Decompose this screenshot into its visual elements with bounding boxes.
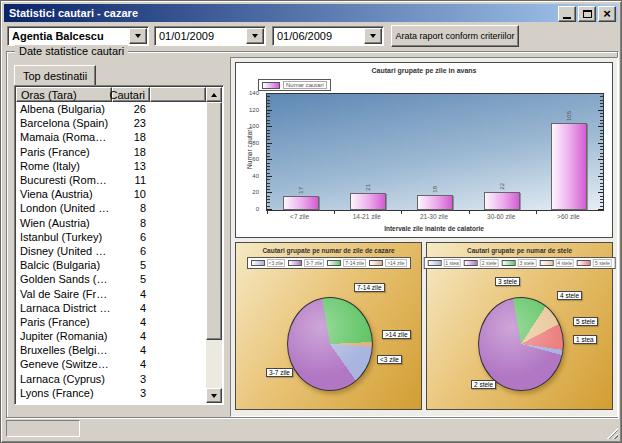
y-tick-label: 0 <box>256 206 259 212</box>
pie-stele-legend: 1 stea2 stele3 stele4 stele5 stele <box>423 257 616 269</box>
legend-swatch <box>288 260 302 266</box>
cell-count: 4 <box>112 287 146 301</box>
date-to-value: 01/06/2009 <box>273 30 363 42</box>
table-row[interactable]: London (United Kingdom)8 <box>16 201 206 215</box>
arrow-down-icon <box>211 394 217 398</box>
pie-stele-title: Cautari grupate pe numar de stele <box>427 247 612 254</box>
table-row[interactable]: Val de Saire (France)4 <box>16 286 206 300</box>
legend-swatch <box>502 260 516 266</box>
y-tick-label: 120 <box>249 107 259 113</box>
legend-item: 2 stele <box>464 259 499 267</box>
table-row[interactable]: Wien (Austria)8 <box>16 216 206 230</box>
table-row[interactable]: Paris (France)18 <box>16 145 206 159</box>
pie-callout: 4 stele <box>557 291 582 300</box>
scroll-down-button[interactable] <box>206 388 222 403</box>
bar-x-labels: <7 zile14-21 zile21-30 zile30-60 zile>60… <box>266 213 602 220</box>
cell-city: Jupiter (Romania) <box>16 329 112 343</box>
agency-select[interactable]: Agentia Balcescu <box>7 26 149 46</box>
table-row[interactable]: Paris (France)4 <box>16 315 206 329</box>
x-tick-label: <7 zile <box>266 213 333 220</box>
column-header-oras[interactable]: Oras (Tara) <box>16 87 112 102</box>
table-row[interactable]: Disney (United States)6 <box>16 244 206 258</box>
bar-value-label: 17 <box>298 187 304 194</box>
legend-swatch <box>464 260 478 266</box>
table-row[interactable]: Viena (Austria)10 <box>16 187 206 201</box>
table-row[interactable]: Larnaca District (Cyprus)4 <box>16 301 206 315</box>
cell-count: 18 <box>112 130 146 144</box>
vertical-scrollbar[interactable] <box>206 87 222 403</box>
resize-grip-icon[interactable] <box>606 427 618 439</box>
table-row[interactable]: Lyons (France)3 <box>16 386 206 400</box>
bar[interactable] <box>350 193 386 210</box>
cell-count: 3 <box>112 372 146 386</box>
cell-count: 4 <box>112 329 146 343</box>
date-from-dropdown-button[interactable] <box>246 28 264 44</box>
titlebar[interactable]: Statistici cautari - cazare <box>4 4 618 22</box>
table-row[interactable]: Albena (Bulgaria)26 <box>16 102 206 116</box>
table-row[interactable]: Mamaia (Romania)18 <box>16 130 206 144</box>
maximize-icon <box>583 10 592 18</box>
table-row[interactable]: Bucuresti (Romania)11 <box>16 173 206 187</box>
table-row[interactable]: Istanbul (Turkey)6 <box>16 230 206 244</box>
legend-swatch <box>369 260 383 266</box>
agency-select-value: Agentia Balcescu <box>8 30 128 42</box>
pie-callout: 1 stea <box>573 335 597 344</box>
table-row[interactable]: Golden Sands (Bulgaria)5 <box>16 272 206 286</box>
cell-count: 5 <box>112 272 146 286</box>
legend-swatch <box>251 260 265 266</box>
legend-item: 3-7 zile <box>288 259 324 267</box>
x-tick-label: 30-60 zile <box>468 213 535 220</box>
cell-city: Wien (Austria) <box>16 216 112 230</box>
minimize-button[interactable] <box>558 6 576 22</box>
cell-count: 6 <box>112 244 146 258</box>
pie-callout: >14 zile <box>382 330 411 339</box>
table-row[interactable]: Geneve (Switzerland)4 <box>16 357 206 371</box>
legend-label: 5 stele <box>593 259 612 267</box>
cell-city: Golden Sands (Bulgaria) <box>16 272 112 286</box>
bar[interactable] <box>551 123 587 210</box>
bar[interactable] <box>484 192 520 210</box>
bar-plot-area: 17211822105 <box>266 93 604 211</box>
show-report-button[interactable]: Arata raport conform criteriilor <box>391 25 519 47</box>
column-header-empty[interactable] <box>150 87 206 102</box>
close-button[interactable] <box>598 6 616 22</box>
table-row[interactable]: Barcelona (Spain)23 <box>16 116 206 130</box>
table-row[interactable]: Balcic (Bulgaria)5 <box>16 258 206 272</box>
minimize-icon <box>563 17 571 19</box>
bar-value-label: 22 <box>499 183 505 190</box>
legend-label: 7-14 zile <box>343 259 366 267</box>
date-to-dropdown-button[interactable] <box>364 28 382 44</box>
table-row[interactable]: Rome (Italy)13 <box>16 159 206 173</box>
status-panel <box>6 420 80 437</box>
cell-count: 18 <box>112 145 146 159</box>
tab-top-destinatii[interactable]: Top destinatii <box>14 65 96 85</box>
agency-dropdown-button[interactable] <box>129 28 147 44</box>
legend-label: 2 stele <box>480 259 499 267</box>
scrollbar-thumb[interactable] <box>206 102 222 340</box>
table-row[interactable]: Bruxelles (Belgium)4 <box>16 343 206 357</box>
cell-count: 4 <box>112 343 146 357</box>
destinations-table: Oras (Tara) Cautari Albena (Bulgaria)26B… <box>14 85 224 405</box>
cell-city: Val de Saire (France) <box>16 287 112 301</box>
table-row[interactable] <box>16 400 206 403</box>
bar[interactable] <box>417 195 453 210</box>
date-from-select[interactable]: 01/01/2009 <box>154 26 266 46</box>
table-row[interactable]: Larnaca (Cyprus)3 <box>16 372 206 386</box>
column-header-cautari[interactable]: Cautari <box>112 87 150 102</box>
table-row[interactable]: Jupiter (Romania)4 <box>16 329 206 343</box>
bar-slot: 18 <box>401 94 468 210</box>
y-tick-label: 80 <box>252 140 259 146</box>
cell-count: 4 <box>112 301 146 315</box>
legend-label: 3-7 zile <box>304 259 324 267</box>
date-to-select[interactable]: 01/06/2009 <box>272 26 384 46</box>
bar-slot: 17 <box>267 94 334 210</box>
cell-city: Albena (Bulgaria) <box>16 102 112 116</box>
cell-city: Geneve (Switzerland) <box>16 357 112 371</box>
scroll-up-button[interactable] <box>206 87 222 102</box>
cell-count: 23 <box>112 116 146 130</box>
bar[interactable] <box>283 196 319 210</box>
legend-swatch <box>539 260 553 266</box>
cell-count: 8 <box>112 216 146 230</box>
maximize-button[interactable] <box>578 6 596 22</box>
cell-count: 5 <box>112 258 146 272</box>
